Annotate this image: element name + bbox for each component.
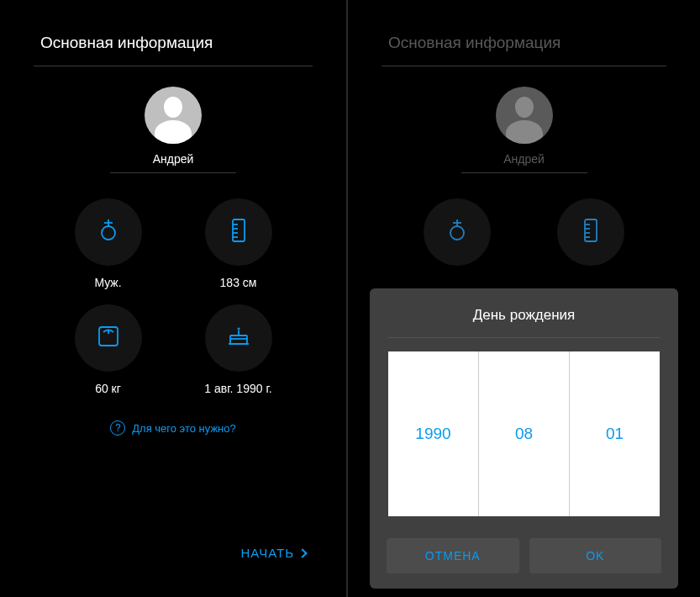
svg-rect-18 [585, 219, 597, 241]
svg-point-15 [450, 226, 464, 240]
picker-day[interactable]: 01 [569, 351, 660, 516]
dialog-title: День рождения [370, 288, 678, 337]
avatar-block: Андрей [348, 66, 700, 173]
scale-icon [94, 322, 123, 354]
stat-height[interactable]: 183 см [205, 198, 272, 289]
date-picker: 1990 08 01 [388, 351, 660, 516]
header: Основная информация [348, 0, 700, 66]
picker-year-value: 1990 [415, 425, 450, 443]
avatar [496, 87, 553, 144]
avatar[interactable] [145, 87, 202, 144]
stat-gender [424, 198, 491, 266]
header: Основная информация [0, 0, 346, 66]
chevron-right-icon [297, 548, 307, 557]
svg-point-13 [237, 328, 239, 330]
start-label: НАЧАТЬ [240, 546, 294, 560]
picker-month-value: 08 [515, 425, 533, 443]
dialog-divider [388, 337, 660, 338]
stat-height-label: 183 см [220, 276, 257, 289]
stat-birthday-label: 1 авг. 1990 г. [204, 382, 271, 395]
stat-birthday[interactable]: 1 авг. 1990 г. [204, 304, 271, 395]
dialog-actions: ОТМЕНА OK [370, 530, 678, 589]
stat-gender[interactable]: Муж. [75, 198, 142, 289]
stats-grid: Муж. 183 см 60 кг 1 авг. 1990 г. [0, 173, 346, 395]
ruler-icon [224, 216, 253, 248]
start-button[interactable]: НАЧАТЬ [240, 546, 306, 560]
picker-month[interactable]: 08 [478, 351, 569, 516]
stat-weight[interactable]: 60 кг [75, 304, 142, 395]
male-icon [443, 216, 471, 248]
page-title: Основная информация [388, 34, 660, 52]
help-text: Для чего это нужно? [132, 422, 236, 435]
stat-weight-label: 60 кг [95, 382, 121, 395]
panel-profile: Основная информация Андрей Муж. 183 см 6… [0, 0, 348, 597]
svg-rect-10 [230, 335, 247, 344]
cake-icon [224, 322, 253, 354]
panel-profile-dimmed: Основная информация Андрей День рождения… [348, 0, 700, 597]
stats-grid [348, 173, 700, 266]
page-title: Основная информация [40, 34, 306, 52]
help-icon: ? [110, 420, 125, 436]
username: Андрей [153, 152, 194, 172]
username-underline [110, 172, 236, 173]
svg-point-0 [102, 226, 115, 240]
male-icon [94, 216, 123, 248]
picker-day-value: 01 [606, 425, 624, 443]
birthday-dialog: День рождения 1990 08 01 ОТМЕНА OK [370, 288, 678, 589]
picker-year[interactable]: 1990 [388, 351, 478, 516]
svg-rect-3 [233, 219, 245, 241]
ruler-icon [576, 216, 605, 248]
stat-height [557, 198, 624, 266]
stat-gender-label: Муж. [94, 276, 121, 289]
ok-button[interactable]: OK [529, 538, 662, 573]
username-underline [461, 172, 587, 173]
help-link[interactable]: ? Для чего это нужно? [0, 420, 346, 436]
username: Андрей [503, 152, 545, 172]
cancel-button[interactable]: ОТМЕНА [387, 538, 519, 573]
avatar-block: Андрей [0, 66, 346, 173]
